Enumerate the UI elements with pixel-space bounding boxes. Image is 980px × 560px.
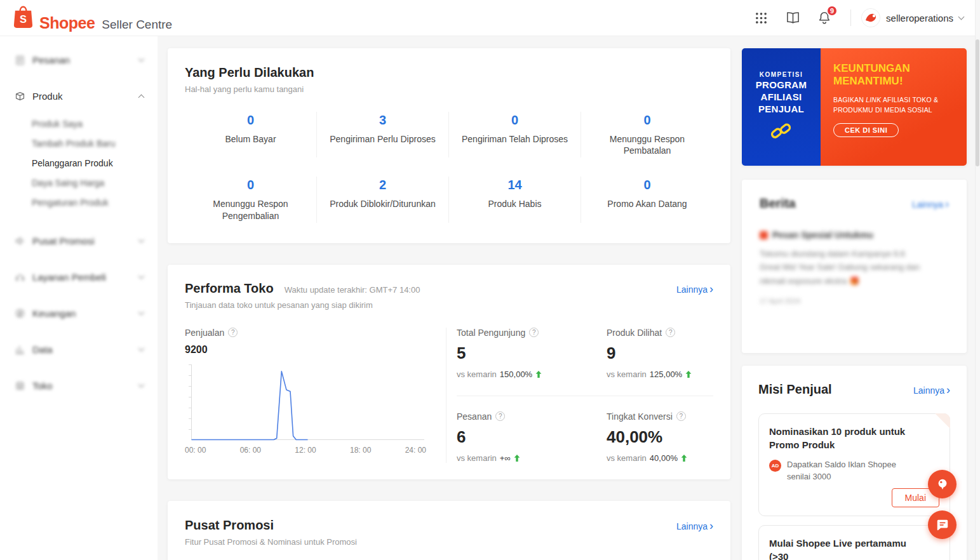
affiliate-banner[interactable]: KOMPETISI PROGRAM AFILIASI PENJUAL KEUNT… — [742, 48, 967, 166]
news-more-link[interactable]: Lainnya › — [912, 199, 949, 210]
help-icon[interactable]: ? — [529, 328, 539, 337]
sidebar-subitem-label: Pengaturan Produk — [32, 197, 109, 208]
sidebar-subitem-label: Daya Saing Harga — [32, 178, 104, 188]
shopee-logo[interactable]: S Shopee Seller Centre — [13, 5, 172, 31]
todo-item-produk-diblokir[interactable]: 2 Produk Diblokir/Diturunkan — [317, 177, 449, 222]
sidebar-subitem-daya-saing-harga[interactable]: Daya Saing Harga — [0, 173, 158, 192]
chat-bubble-icon — [936, 518, 950, 532]
main-column: Yang Perlu Dilakukan Hal-hal yang perlu … — [168, 48, 730, 560]
promo-center-more-link[interactable]: Lainnya › — [676, 521, 713, 531]
todo-item-promo-akan-datang[interactable]: 0 Promo Akan Datang — [581, 177, 713, 222]
more-link-label: Lainnya — [676, 284, 708, 295]
sidebar-subitem-tambah-produk-baru[interactable]: Tambah Produk Baru — [0, 133, 158, 153]
chat-fab[interactable] — [928, 510, 957, 539]
account-menu[interactable]: selleroperations — [861, 8, 963, 27]
news-item-title: Pesan Spesial Untukmu — [772, 230, 873, 240]
compare-delta: +∞ — [500, 453, 511, 463]
banner-cta-button[interactable]: CEK DI SINI — [833, 123, 899, 137]
scrollbar-thumb[interactable] — [976, 39, 979, 166]
sidebar-subitem-produk-saya[interactable]: Produk Saya — [0, 114, 158, 133]
shopee-bag-icon: S — [13, 5, 34, 31]
sales-label-row: Penjualan ? — [185, 328, 428, 338]
missions-more-link[interactable]: Lainnya › — [913, 385, 950, 396]
performance-more-link[interactable]: Lainnya › — [676, 284, 713, 295]
metrics-grid: Total Pengunjung? 5 vs kemarin 150,00% P… — [446, 328, 713, 463]
todo-label: Pengiriman Telah Diproses — [458, 133, 572, 145]
news-card: Berita Lainnya › Pesan Spesial Untukmu T… — [742, 180, 967, 353]
guide-book-icon[interactable] — [781, 7, 805, 29]
sidebar-item-pesanan[interactable]: Pesanan — [0, 46, 158, 73]
mission-card-promo-produk[interactable]: Nominasikan 10 produk untuk Promo Produk… — [758, 413, 950, 516]
sidebar-produk-submenu: Produk Saya Tambah Produk Baru Pelanggar… — [0, 114, 158, 212]
news-item-date: 17 April 2024 — [760, 297, 949, 305]
news-title: Berita — [760, 196, 796, 211]
sidebar-item-pusat-promosi[interactable]: Pusat Promosi — [0, 227, 158, 254]
sidebar-item-keuangan[interactable]: Keuangan — [0, 300, 158, 326]
sales-label: Penjualan — [185, 328, 224, 338]
chevron-right-icon: › — [946, 384, 950, 396]
more-link-label: Lainnya — [912, 199, 943, 210]
performance-header: Performa Toko Waktu update terakhir: GMT… — [185, 281, 713, 296]
notification-bell-icon[interactable]: 9 — [812, 7, 836, 29]
todo-item-pengiriman-perlu-diproses[interactable]: 3 Pengiriman Perlu Diproses — [317, 112, 449, 157]
metric-compare: vs kemarin 150,00% — [457, 370, 585, 379]
mission-card-shopee-live[interactable]: Mulai Shopee Live pertamamu (>30 — [758, 525, 950, 560]
sales-line — [192, 371, 308, 440]
metric-value: 5 — [457, 343, 585, 363]
banner-headline: KEUNTUNGAN MENANTIMU! — [833, 62, 910, 88]
todo-item-belum-bayar[interactable]: 0 Belum Bayar — [185, 112, 317, 157]
coin-icon — [14, 307, 25, 319]
chevron-down-icon — [138, 309, 145, 315]
news-item-body: Tokomu diundang dalam Kampanye 6.6 Great… — [760, 247, 949, 288]
help-icon[interactable]: ? — [495, 411, 505, 421]
chart-x-labels: 00: 00 06: 00 12: 00 18: 00 24: 00 — [185, 446, 426, 455]
sidebar-item-layanan-pembeli[interactable]: Layanan Pembeli — [0, 263, 158, 290]
help-icon[interactable]: ? — [676, 411, 686, 421]
mission-title: Nominasikan 10 produk untuk Promo Produk — [769, 425, 928, 451]
chevron-right-icon: › — [945, 198, 949, 210]
sidebar-item-data[interactable]: Data — [0, 336, 158, 363]
todo-item-menunggu-respon-pembatalan[interactable]: 0 Menunggu Respon Pembatalan — [581, 112, 713, 157]
banner-left-panel: KOMPETISI PROGRAM AFILIASI PENJUAL — [742, 48, 821, 166]
sidebar-subitem-pelanggaran-produk[interactable]: Pelanggaran Produk — [0, 153, 158, 173]
news-item[interactable]: Pesan Spesial Untukmu Tokomu diundang da… — [760, 230, 949, 305]
performance-title: Performa Toko — [185, 281, 274, 296]
up-arrow-icon — [514, 455, 520, 462]
headset-icon — [14, 271, 25, 283]
scrollbar-track — [975, 0, 980, 560]
todo-title: Yang Perlu Dilakukan — [185, 65, 713, 80]
banner-right-panel: KEUNTUNGAN MENANTIMU! BAGIKAN LINK AFILI… — [821, 48, 967, 166]
todo-item-produk-habis[interactable]: 14 Produk Habis — [449, 177, 581, 222]
up-arrow-icon — [535, 371, 542, 378]
username: selleroperations — [886, 13, 953, 23]
mission-title: Mulai Shopee Live pertamamu (>30 — [769, 537, 928, 560]
todo-card: Yang Perlu Dilakukan Hal-hal yang perlu … — [168, 48, 730, 243]
chain-link-icon — [770, 121, 792, 143]
promo-center-title: Pusat Promosi — [185, 518, 274, 533]
banner-line: PENJUAL — [758, 103, 804, 114]
help-icon[interactable]: ? — [666, 328, 675, 337]
assistant-fab[interactable] — [928, 470, 957, 498]
performance-subtitle: Tinjauan data toko untuk pesanan yang si… — [185, 300, 713, 310]
todo-item-pengiriman-telah-diproses[interactable]: 0 Pengiriman Telah Diproses — [449, 112, 581, 157]
mission-reward: Dapatkan Saldo Iklan Shopee senilai 3000 — [787, 459, 920, 483]
sidebar-subitem-pengaturan-produk[interactable]: Pengaturan Produk — [0, 192, 158, 212]
metric-label: Produk Dilihat — [607, 328, 662, 338]
sidebar-item-produk[interactable]: Produk — [0, 83, 158, 109]
sidebar-item-toko[interactable]: Toko — [0, 372, 158, 399]
todo-label: Menunggu Respon Pengembalian — [194, 198, 307, 221]
apps-grid-icon[interactable] — [749, 7, 773, 29]
chevron-down-icon — [958, 13, 965, 20]
chevron-down-icon — [138, 272, 145, 279]
todo-item-menunggu-respon-pengembalian[interactable]: 0 Menunggu Respon Pengembalian — [185, 177, 317, 222]
todo-count: 0 — [194, 113, 307, 128]
performance-card: Performa Toko Waktu update terakhir: GMT… — [168, 265, 730, 479]
chart-axes — [189, 364, 424, 440]
todo-label: Menunggu Respon Pembatalan — [590, 133, 704, 156]
todo-count: 0 — [590, 113, 704, 128]
metric-value: 9 — [607, 343, 713, 363]
header-divider — [850, 10, 851, 26]
todo-label: Promo Akan Datang — [590, 198, 704, 210]
help-icon[interactable]: ? — [228, 328, 238, 337]
sidebar-item-label: Produk — [32, 91, 63, 102]
